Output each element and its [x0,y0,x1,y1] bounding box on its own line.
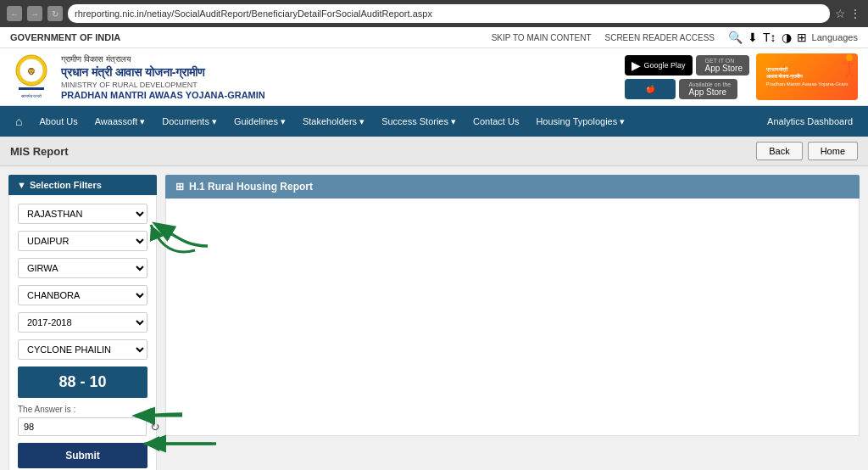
pmay-logo: प्रधान मंत्री आवास योजना-ग्रामीण Pradhan… [756,53,858,100]
content-area: ▼ Selection Filters RAJASTHAN UDAIPUR GI… [0,166,868,470]
back-button[interactable]: ← [7,6,22,21]
main-header: 🦁 सत्यमेव जयते ग्रामीण विकास मंत्रालय प्… [0,48,868,106]
mis-buttons: Back Home [756,142,858,160]
report-header: ⊞ H.1 Rural Housing Report [165,175,860,199]
gov-link-icons: 🔍 ⬇ T↕ ◑ ⊞ Languages [728,31,858,44]
state-select[interactable]: RAJASTHAN [18,204,147,224]
svg-text:सत्यमेव जयते: सत्यमेव जयते [20,93,42,98]
captcha-display: 88 - 10 [18,366,147,398]
store-row-1: ▶ Google Play GET IT ON App Store [625,55,749,76]
skip-link[interactable]: SKIP TO MAIN CONTENT [492,33,592,42]
google-play-icon: ▶ [632,59,641,72]
svg-line-7 [843,62,849,64]
nav-bar: ⌂ About Us Awaassoft ▾ Documents ▾ Guide… [0,106,868,137]
answer-row: ↻ [18,417,147,436]
google-play-label: Google Play [643,61,685,70]
submit-btn[interactable]: Submit [18,443,147,468]
answer-input[interactable] [18,417,147,436]
mis-bar: MIS Report Back Home [0,137,868,166]
apple-store-icon: 🍎 [646,85,655,93]
awaassoft-dropdown-icon: ▾ [140,116,145,127]
left-panel: ▼ Selection Filters RAJASTHAN UDAIPUR GI… [8,175,157,470]
google-play-btn[interactable]: ▶ Google Play [625,55,692,76]
star-icon[interactable]: ☆ [835,7,846,20]
store-row-2: 🍎 Available on the App Store [625,79,749,99]
panel-header: ▼ Selection Filters [8,175,157,195]
search-icon[interactable]: 🔍 [728,31,743,44]
panel-header-label: Selection Filters [30,180,102,190]
govt-emblem: 🦁 सत्यमेव जयते [10,53,53,100]
store-buttons: ▶ Google Play GET IT ON App Store 🍎 [625,55,749,99]
nav-about-us[interactable]: About Us [31,109,86,133]
nav-stakeholders[interactable]: Stakeholders ▾ [294,109,373,134]
ios-store-btn[interactable]: 🍎 [625,79,676,99]
nav-awaassoft[interactable]: Awaassoft ▾ [86,109,154,134]
home-nav-btn[interactable]: ⌂ [7,109,31,133]
browser-bar: ← → ↻ ☆ ⋮ [0,0,868,27]
nav-success-stories[interactable]: Success Stories ▾ [373,109,465,134]
browser-icons: ☆ ⋮ [835,7,861,20]
forward-button[interactable]: → [27,6,42,21]
url-bar[interactable] [68,4,830,23]
guidelines-dropdown-icon: ▾ [281,116,286,127]
panchayat-select[interactable]: CHANBORA [18,285,147,305]
title-english: PRADHAN MANTRI AWAAS YOJANA-GRAMIN [61,90,265,100]
district-select[interactable]: UDAIPUR [18,231,147,251]
svg-line-10 [849,70,853,77]
home-btn[interactable]: Home [808,142,858,160]
svg-line-9 [846,70,849,77]
answer-label: The Answer is : [18,405,147,414]
scheme-select[interactable]: CYCLONE PHAILIN [18,339,147,360]
panel-body: RAJASTHAN UDAIPUR GIRWA CHANBORA 2017-20… [8,195,157,470]
menu-icon[interactable]: ⋮ [849,7,861,20]
stakeholders-dropdown-icon: ▾ [359,116,364,127]
nav-documents[interactable]: Documents ▾ [153,109,225,134]
analytics-dashboard-link[interactable]: Analytics Dashboard [759,109,861,133]
available-store-btn[interactable]: Available on the App Store [679,79,737,99]
report-icon: ⊞ [175,181,184,193]
header-left: 🦁 सत्यमेव जयते ग्रामीण विकास मंत्रालय प्… [10,53,265,100]
languages-btn[interactable]: Languages [812,32,858,42]
svg-text:🦁: 🦁 [27,67,36,76]
refresh-button[interactable]: ↻ [47,6,63,21]
success-stories-dropdown-icon: ▾ [451,116,456,127]
app-store-btn[interactable]: GET IT ON App Store [696,55,749,76]
block-select[interactable]: GIRWA [18,258,147,278]
nav-contact-us[interactable]: Contact Us [465,109,527,133]
back-btn[interactable]: Back [756,142,802,160]
text-size-icon[interactable]: T↕ [763,31,776,44]
ministry-label: MINISTRY OF RURAL DEVELOPMENT [61,81,265,89]
housing-typologies-dropdown-icon: ▾ [620,116,625,127]
app-store-label2: App Store [688,87,731,97]
app-store-label: App Store [705,64,743,73]
documents-dropdown-icon: ▾ [212,116,217,127]
svg-rect-3 [19,87,44,90]
grid-icon[interactable]: ⊞ [797,31,807,44]
svg-point-5 [846,54,853,61]
contrast-icon[interactable]: ◑ [782,31,792,44]
gov-links: SKIP TO MAIN CONTENT SCREEN READER ACCES… [492,31,858,44]
filter-icon: ▼ [17,180,26,190]
gov-title: GOVERNMENT OF INDIA [10,32,120,42]
header-right: ▶ Google Play GET IT ON App Store 🍎 [625,53,858,100]
title-hindi: प्रधान मंत्री आवास योजना-ग्रामीण [61,65,265,80]
screen-reader-link[interactable]: SCREEN READER ACCESS [605,33,715,42]
report-body [165,199,860,436]
report-title: H.1 Rural Housing Report [189,181,313,193]
right-panel: ⊞ H.1 Rural Housing Report [165,175,860,470]
dept-hindi: ग्रामीण विकास मंत्रालय [61,54,265,64]
download-icon[interactable]: ⬇ [748,31,758,44]
mis-report-title: MIS Report [10,145,69,158]
captcha-refresh-btn[interactable]: ↻ [150,420,160,434]
gov-header: GOVERNMENT OF INDIA SKIP TO MAIN CONTENT… [0,27,868,48]
nav-housing-typologies[interactable]: Housing Typologies ▾ [527,109,633,134]
nav-guidelines[interactable]: Guidelines ▾ [225,109,294,134]
header-text: ग्रामीण विकास मंत्रालय प्रधान मंत्री आवा… [61,53,265,100]
year-select[interactable]: 2017-2018 [18,312,147,333]
